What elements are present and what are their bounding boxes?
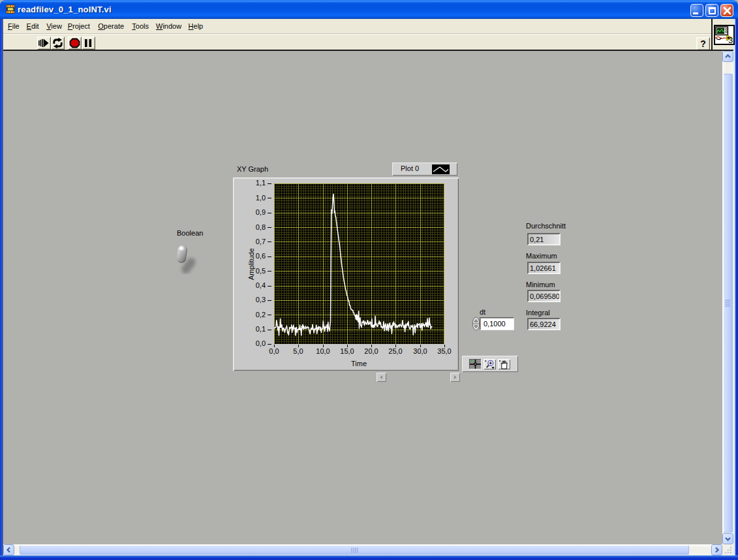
svg-text:3: 3 bbox=[728, 35, 733, 44]
